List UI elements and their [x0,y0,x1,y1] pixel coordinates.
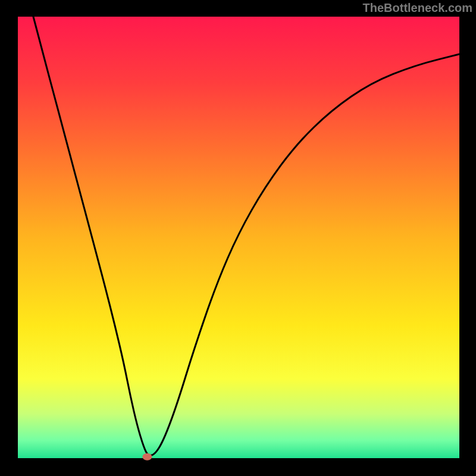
bottleneck-chart [0,0,476,476]
chart-container: TheBottleneck.com [0,0,476,476]
plot-background [18,17,459,458]
minimum-marker [142,453,152,461]
attribution-label: TheBottleneck.com [363,1,472,15]
